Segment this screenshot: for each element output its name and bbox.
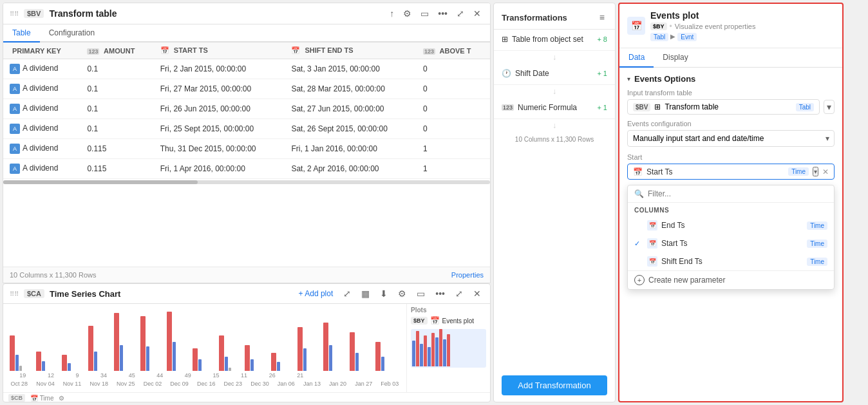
chart-footer-settings[interactable]: ⚙	[59, 395, 64, 402]
properties-link[interactable]: Properties	[451, 271, 484, 279]
trans-name-formula: 123 Numeric Formula	[502, 103, 577, 112]
input-table-dropdown[interactable]: ▾	[824, 100, 835, 114]
start-field-row: 📅 Start Ts Time ▾ ✕	[627, 164, 835, 180]
chart-footer-var: $CB	[8, 394, 25, 402]
expand-button[interactable]: ⤢	[454, 7, 467, 20]
right-var-badge: $BY	[650, 23, 667, 30]
tag-evnt: Evnt	[677, 33, 697, 41]
right-tab-bar: Data Display	[619, 48, 842, 68]
trans-menu-button[interactable]: ≡	[597, 11, 607, 24]
trans-item-formula: 123 Numeric Formula + 1	[494, 98, 615, 119]
chart-fullscreen-icon[interactable]: ⤢	[453, 287, 466, 300]
trans-title: Transformations	[502, 13, 567, 23]
input-table-label: Input transform table	[627, 89, 835, 97]
col-start-ts: 📅 START TS	[154, 42, 285, 59]
trans-name-table: ⊞ Table from object set	[502, 35, 583, 44]
panel-title: Transform table	[49, 8, 382, 19]
plot-var-badge: $BY	[411, 317, 428, 325]
trans-arrow-0: ↓	[494, 51, 615, 64]
chart-grid-icon[interactable]: ▦	[359, 287, 372, 300]
input-table-row: $BV ⊞ Transform table Tabl ▾	[627, 99, 835, 115]
start-field-container: 📅 Start Ts Time ▾ ✕	[627, 164, 835, 180]
chart-add-plot[interactable]: + Add plot	[296, 288, 336, 299]
trans-badge-1: + 1	[597, 70, 607, 77]
input-var-badge: $BV	[633, 103, 650, 111]
table-row: AA dividend 0.1 Fri, 27 Mar 2015, 00:00:…	[3, 79, 490, 99]
cal-icon-shift-end: 📅	[647, 256, 657, 267]
events-plot-icon: 📅	[627, 17, 645, 35]
close-button[interactable]: ✕	[471, 7, 484, 20]
start-field-badge: Time	[788, 167, 809, 176]
table-row: AA dividend 0.1 Fri, 2 Jan 2015, 00:00:0…	[3, 59, 490, 79]
more-button[interactable]: •••	[435, 7, 450, 20]
dropdown-item-shift-end-ts[interactable]: 📅 Shift End Ts Time	[628, 252, 834, 270]
table-row: AA dividend 0.115 Thu, 31 Dec 2015, 00:0…	[3, 139, 490, 159]
search-icon: 🔍	[634, 189, 644, 198]
input-table-name: Transform table	[665, 102, 791, 111]
chart-footer-time: 📅 Time	[30, 395, 53, 402]
section-title: Events Options	[634, 74, 695, 84]
tab-configuration[interactable]: Configuration	[40, 24, 104, 42]
chart-monitor-icon[interactable]: ▭	[414, 287, 428, 300]
chart-more-icon[interactable]: •••	[433, 287, 448, 300]
start-field-clear-btn[interactable]: ✕	[822, 167, 829, 176]
create-new-parameter[interactable]: + Create new parameter	[628, 270, 834, 289]
start-field-cal-icon: 📅	[633, 167, 643, 176]
chart-expand-icon[interactable]: ⤢	[341, 287, 354, 300]
config-label: Events configuration	[627, 120, 835, 127]
table-row: AA dividend 0.115 Fri, 1 Apr 2016, 00:00…	[3, 159, 490, 179]
chart-var-badge: $CA	[24, 289, 44, 298]
trans-arrow-1: ↓	[494, 85, 615, 98]
tab-bar: Table Configuration	[3, 24, 490, 42]
trans-arrow-2: ↓	[494, 119, 615, 132]
section-chevron[interactable]: ▾	[627, 75, 630, 82]
input-table-icon: ⊞	[654, 102, 661, 111]
table-footer: 10 Columns x 11,300 Rows Properties	[3, 267, 490, 283]
share-button[interactable]: ↑	[387, 7, 397, 20]
chart-title: Time Series Chart	[50, 289, 291, 299]
trans-item-table: ⊞ Table from object set + 8	[494, 30, 615, 51]
data-table-container: PRIMARY KEY 123 AMOUNT 📅 START TS 📅 SHIF…	[3, 42, 490, 267]
cal-icon-end-ts: 📅	[647, 220, 657, 231]
start-ts-badge: Time	[807, 240, 827, 248]
trans-header: Transformations ≡	[494, 3, 615, 30]
config-select-container: Manually input start and end date/time	[627, 130, 835, 147]
col-primary-key: PRIMARY KEY	[3, 42, 80, 59]
right-tab-display[interactable]: Display	[654, 48, 697, 68]
tab-table[interactable]: Table	[3, 24, 40, 42]
right-panel-content: ▾ Events Options Input transform table $…	[619, 68, 842, 401]
end-ts-badge: Time	[807, 221, 827, 230]
chart-down-icon[interactable]: ⬇	[377, 287, 390, 300]
create-new-label: Create new parameter	[648, 276, 725, 285]
transform-table-header: ⠿⠿ $BV Transform table ↑ ⚙ ▭ ••• ⤢ ✕	[3, 3, 490, 24]
dropdown-item-start-ts[interactable]: ✓ 📅 Start Ts Time	[628, 234, 834, 252]
cal-icon-start-ts: 📅	[647, 238, 657, 249]
chart-settings-icon[interactable]: ⚙	[395, 287, 409, 300]
right-tab-data[interactable]: Data	[619, 48, 654, 68]
plots-label: Plots	[411, 306, 486, 314]
add-transformation-button[interactable]: Add Transformation	[502, 375, 607, 395]
check-selected: ✓	[634, 240, 643, 248]
settings-button[interactable]: ⚙	[401, 7, 414, 20]
events-options-header: ▾ Events Options	[627, 74, 835, 84]
transformations-panel: Transformations ≡ ⊞ Table from object se…	[493, 3, 616, 402]
var-badge: $BV	[24, 9, 44, 18]
col-above-t: 123 ABOVE T	[417, 42, 490, 59]
row-count: 10 Columns x 11,300 Rows	[10, 271, 97, 279]
drag-handle[interactable]: ⠿⠿	[10, 10, 19, 17]
filter-input[interactable]	[648, 189, 827, 198]
columns-section-header: COLUMNS	[628, 203, 834, 216]
start-field-dropdown-btn[interactable]: ▾	[813, 167, 818, 176]
chart-drag-handle[interactable]: ⠿⠿	[10, 290, 19, 297]
dropdown-item-end-ts[interactable]: 📅 End Ts Time	[628, 216, 834, 234]
config-select[interactable]: Manually input start and end date/time	[627, 130, 835, 147]
chart-close-icon[interactable]: ✕	[471, 287, 484, 300]
trans-badge-0: + 8	[597, 35, 607, 43]
monitor-button[interactable]: ▭	[418, 7, 431, 20]
right-subtitle: Visualize event properties	[675, 23, 756, 30]
tag-arrow: ▶	[670, 33, 675, 41]
start-field-name: Start Ts	[646, 167, 784, 176]
trans-item-shift: 🕐 Shift Date + 1	[494, 64, 615, 85]
shift-end-ts-badge: Time	[807, 258, 827, 266]
start-label: Start	[627, 153, 835, 161]
